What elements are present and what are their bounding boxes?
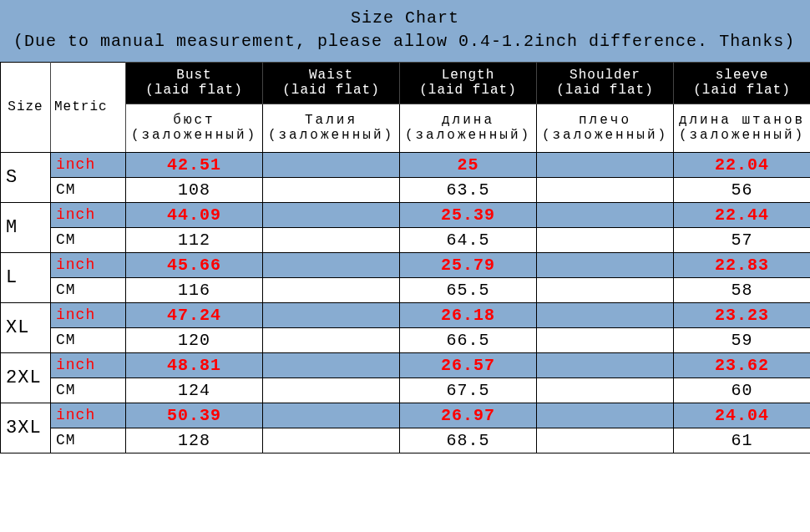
value-inch-shoulder (537, 302, 674, 327)
value-inch-length: 26.57 (400, 352, 537, 377)
value-cm-shoulder (537, 277, 674, 302)
col-head-ru-bust: бюст (заложенный) (126, 104, 263, 152)
col-head-metric: Metric (51, 63, 126, 153)
value-cm-shoulder (537, 377, 674, 403)
col-head-length: Length(laid flat) (400, 63, 537, 104)
chart-title: Size Chart (0, 7, 810, 30)
value-inch-length: 26.18 (400, 302, 537, 327)
value-inch-sleeve: 24.04 (674, 403, 811, 428)
metric-label-cm: CM (51, 428, 126, 453)
value-cm-sleeve: 61 (674, 428, 811, 453)
size-label: M (1, 202, 51, 252)
data-row-inch: XLinch47.2426.1823.23 (1, 302, 811, 327)
value-inch-bust: 45.66 (126, 252, 263, 277)
metric-label-inch: inch (51, 152, 126, 177)
value-inch-shoulder (537, 202, 674, 227)
value-cm-bust: 108 (126, 177, 263, 202)
col-head-waist: Waist(laid flat) (263, 63, 400, 104)
size-label: XL (1, 302, 51, 352)
value-cm-sleeve: 60 (674, 377, 811, 403)
value-inch-bust: 47.24 (126, 302, 263, 327)
value-cm-sleeve: 59 (674, 327, 811, 352)
value-inch-waist (263, 152, 400, 177)
col-head-size: Size (1, 63, 51, 153)
value-cm-waist (263, 227, 400, 252)
col-head-shoulder: Shoulder(laid flat) (537, 63, 674, 104)
metric-label-inch: inch (51, 302, 126, 327)
value-inch-length: 25.79 (400, 252, 537, 277)
value-cm-bust: 112 (126, 227, 263, 252)
value-inch-waist (263, 352, 400, 377)
value-inch-length: 25 (400, 152, 537, 177)
metric-label-inch: inch (51, 403, 126, 428)
value-cm-bust: 120 (126, 327, 263, 352)
size-label: S (1, 152, 51, 202)
value-cm-waist (263, 277, 400, 302)
data-row-inch: Minch44.0925.3922.44 (1, 202, 811, 227)
data-row-cm: CM10863.556 (1, 177, 811, 202)
data-row-inch: 2XLinch48.8126.5723.62 (1, 352, 811, 377)
value-inch-sleeve: 23.62 (674, 352, 811, 377)
value-inch-bust: 42.51 (126, 152, 263, 177)
value-cm-shoulder (537, 227, 674, 252)
value-cm-waist (263, 377, 400, 403)
metric-label-cm: CM (51, 277, 126, 302)
metric-label-cm: CM (51, 377, 126, 403)
value-inch-bust: 48.81 (126, 352, 263, 377)
value-inch-sleeve: 22.83 (674, 252, 811, 277)
col-head-ru-length: длина (заложенный) (400, 104, 537, 152)
value-cm-waist (263, 428, 400, 453)
metric-label-cm: CM (51, 177, 126, 202)
col-head-ru-shoulder: плечо (заложенный) (537, 104, 674, 152)
value-cm-length: 63.5 (400, 177, 537, 202)
value-inch-shoulder (537, 403, 674, 428)
data-row-cm: CM12066.559 (1, 327, 811, 352)
col-head-ru-sleeve: длина штанов (заложенный) (674, 104, 811, 152)
data-row-cm: CM12868.561 (1, 428, 811, 453)
metric-label-cm: CM (51, 227, 126, 252)
metric-label-inch: inch (51, 252, 126, 277)
value-cm-length: 67.5 (400, 377, 537, 403)
metric-label-inch: inch (51, 202, 126, 227)
value-cm-sleeve: 58 (674, 277, 811, 302)
metric-label-cm: CM (51, 327, 126, 352)
data-row-inch: 3XLinch50.3926.9724.04 (1, 403, 811, 428)
data-row-cm: CM12467.560 (1, 377, 811, 403)
value-inch-sleeve: 23.23 (674, 302, 811, 327)
value-inch-length: 26.97 (400, 403, 537, 428)
size-label: 2XL (1, 352, 51, 403)
size-label: 3XL (1, 403, 51, 453)
data-row-inch: Sinch42.512522.04 (1, 152, 811, 177)
metric-label-inch: inch (51, 352, 126, 377)
size-label: L (1, 252, 51, 302)
value-cm-bust: 124 (126, 377, 263, 403)
header-row-en: SizeMetricBust(laid flat)Waist(laid flat… (1, 63, 811, 104)
col-head-ru-waist: Талия (заложенный) (263, 104, 400, 152)
data-row-cm: CM11264.557 (1, 227, 811, 252)
value-cm-sleeve: 57 (674, 227, 811, 252)
value-cm-length: 64.5 (400, 227, 537, 252)
value-inch-waist (263, 403, 400, 428)
value-inch-waist (263, 252, 400, 277)
value-cm-shoulder (537, 428, 674, 453)
col-head-bust: Bust(laid flat) (126, 63, 263, 104)
value-inch-shoulder (537, 152, 674, 177)
value-cm-shoulder (537, 177, 674, 202)
value-cm-waist (263, 177, 400, 202)
value-inch-bust: 44.09 (126, 202, 263, 227)
value-cm-length: 66.5 (400, 327, 537, 352)
size-chart-table: SizeMetricBust(laid flat)Waist(laid flat… (0, 62, 810, 453)
value-cm-shoulder (537, 327, 674, 352)
value-inch-length: 25.39 (400, 202, 537, 227)
value-inch-waist (263, 302, 400, 327)
data-row-cm: CM11665.558 (1, 277, 811, 302)
value-cm-waist (263, 327, 400, 352)
value-inch-bust: 50.39 (126, 403, 263, 428)
value-cm-bust: 116 (126, 277, 263, 302)
col-head-sleeve: sleeve(laid flat) (674, 63, 811, 104)
value-inch-sleeve: 22.04 (674, 152, 811, 177)
chart-note: (Due to manual measurement, please allow… (0, 30, 810, 53)
value-cm-length: 65.5 (400, 277, 537, 302)
chart-header: Size Chart (Due to manual measurement, p… (0, 0, 810, 62)
value-cm-sleeve: 56 (674, 177, 811, 202)
